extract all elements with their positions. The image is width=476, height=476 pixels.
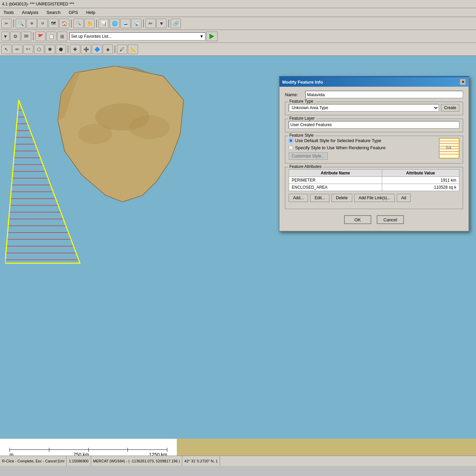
dialog-close-button[interactable]: ✕ (460, 79, 466, 85)
add-extra-button[interactable]: Ad (397, 194, 411, 202)
draw-plus[interactable]: ➕ (81, 45, 91, 54)
tool-link[interactable]: 🔗 (171, 19, 181, 28)
draw-cross[interactable]: ✚ (70, 45, 80, 54)
draw-diamond[interactable]: ⬟ (56, 45, 66, 54)
create-button[interactable]: Create (441, 104, 459, 112)
tool-edit[interactable]: ✏ (146, 19, 156, 28)
draw-polygon[interactable]: ◈ (103, 45, 113, 54)
feature-layer-value: User Created Features (290, 122, 332, 127)
menu-gps[interactable]: GPS (67, 9, 79, 16)
draw-hex[interactable]: ⬡ (34, 45, 44, 54)
add-file-link-button[interactable]: Add File Link(s)... (354, 194, 395, 202)
menu-bar: Tools Analysis Search GPS Help (0, 8, 476, 17)
attr-value-header: Attribute Value (382, 170, 459, 177)
draw-star[interactable]: ✱ (45, 45, 55, 54)
tool-select[interactable]: ✂ (1, 19, 12, 28)
tool-zoom-in[interactable]: 🔍 (16, 19, 26, 28)
run-button[interactable] (206, 32, 218, 41)
draw-pencil-plus[interactable]: ✏+ (23, 45, 33, 54)
tool-home[interactable]: 🏠 (59, 19, 69, 28)
tool-map[interactable]: 🗺 (48, 19, 58, 28)
feature-attributes-legend: Feature Attributes (288, 164, 323, 169)
run-arrow-icon (209, 34, 214, 39)
menu-help[interactable]: Help (85, 9, 97, 16)
customize-btn-row: Customize Style... (289, 152, 436, 160)
dialog-content: Name: Feature Type Unknown Area Type Cre… (279, 87, 469, 231)
tool-settings[interactable]: ⚙ (10, 32, 20, 41)
attr-name-header: Attribute Name (289, 170, 382, 177)
tool-terrain[interactable]: 🗻 (120, 19, 131, 28)
menu-tools[interactable]: Tools (2, 9, 15, 16)
menu-analysis[interactable]: Analysis (20, 9, 39, 16)
tool-globe[interactable]: 🌐 (109, 19, 120, 28)
feature-type-select[interactable]: Unknown Area Type (289, 104, 439, 112)
dialog-titlebar[interactable]: Modify Feature Info ✕ (279, 77, 469, 87)
status-text-scale: 1:15086900 (69, 459, 88, 463)
tool-flag[interactable]: 🚩 (35, 32, 46, 41)
title-bar: 4.1 (b043013)- *** UNREGISTERED *** (0, 0, 476, 8)
style-radio-1[interactable] (289, 138, 293, 143)
feature-type-legend: Feature Type (288, 99, 315, 104)
status-segment-3: MERCAT (WGS84) - ( -1136261.073, 5209817… (91, 456, 183, 466)
status-text-coords: MERCAT (WGS84) - ( -1136261.073, 5209817… (93, 459, 180, 463)
toolbar-favorites: ▼ ⚙ 3D 🚩 📋 ⊞ Set up Favorites List... ▼ (0, 30, 476, 43)
ok-button[interactable]: OK (344, 215, 371, 224)
attr-table-header-row: Attribute Name Attribute Value (289, 170, 459, 177)
separator-5 (168, 19, 169, 28)
tool-dropdown[interactable]: ▼ (156, 19, 167, 28)
separator-4 (143, 19, 144, 28)
attr-buttons-row: Add... Edit... Delete Add File Link(s)..… (289, 194, 459, 202)
tool-antenna[interactable]: 📡 (131, 19, 141, 28)
draw-pen[interactable]: 🖊 (117, 45, 127, 54)
main-area: m 750 km 1250 km Modify Feature Info ✕ N… (0, 56, 476, 466)
style-radio-2-label: Specify Style to Use When Rendering Feat… (295, 145, 386, 150)
tool-3d[interactable]: 3D (21, 32, 31, 41)
delete-button[interactable]: Delete (332, 194, 352, 202)
attr-enclosed-name: ENCLOSED_AREA (289, 184, 382, 191)
modify-feature-dialog: Modify Feature Info ✕ Name: Feature Type… (279, 76, 469, 232)
draw-shape[interactable]: 🔷 (92, 45, 102, 54)
status-segment-1: R-Click - Complete, Esc - Cancel [Uni (0, 456, 67, 466)
edit-button[interactable]: Edit... (310, 194, 329, 202)
cancel-button[interactable]: Cancel (377, 215, 404, 224)
attr-perimeter-value: 1911 km (382, 177, 459, 184)
feature-attributes-group: Feature Attributes Attribute Name Attrib… (285, 167, 463, 209)
status-segment-4: 42° 31' 0.2720" N, 1 (182, 456, 220, 466)
feature-layer-display: User Created Features (289, 121, 459, 129)
separator-6 (33, 32, 34, 40)
menu-search[interactable]: Search (45, 9, 62, 16)
tool-zoom-window[interactable]: 🔍 (73, 19, 84, 28)
tool-grid[interactable]: ⊞ (57, 32, 67, 41)
favorites-dropdown[interactable]: Set up Favorites List... ▼ (69, 32, 205, 40)
feature-layer-group: Feature Layer User Created Features (285, 119, 463, 132)
status-text-latlon: 42° 31' 0.2720" N, 1 (184, 459, 218, 463)
separator-7 (68, 45, 68, 53)
style-preview: Sa (439, 138, 459, 158)
tool-zoom-out[interactable]: ⊖ (37, 19, 48, 28)
favorites-label: Set up Favorites List... (71, 34, 112, 39)
style-radio-row-2: Specify Style to Use When Rendering Feat… (289, 145, 436, 150)
separator-8 (115, 45, 115, 53)
title-text: 4.1 (b043013)- *** UNREGISTERED *** (2, 2, 74, 6)
tool-chart[interactable]: 📊 (99, 19, 109, 28)
draw-pencil[interactable]: ✏ (12, 45, 22, 54)
status-segment-2: 1:15086900 (67, 456, 91, 466)
tool-layer[interactable]: 📋 (46, 32, 56, 41)
svg-text:Sa: Sa (446, 145, 452, 150)
tool-zoom-in2[interactable]: ⊕ (27, 19, 37, 28)
customize-style-button: Customize Style... (289, 152, 328, 160)
tool-pan[interactable]: ✋ (84, 19, 95, 28)
modal-overlay: Modify Feature Info ✕ Name: Feature Type… (0, 56, 476, 466)
attr-row-perimeter: PERIMETER 1911 km (289, 177, 459, 184)
style-radio-2[interactable] (289, 146, 293, 150)
feature-style-legend: Feature Style (288, 133, 315, 138)
name-input[interactable] (305, 91, 463, 98)
draw-toolbar: ↖ ✏ ✏+ ⬡ ✱ ⬟ ✚ ➕ 🔷 ◈ 🖊 📐 (0, 43, 476, 56)
tool-dropdown2[interactable]: ▼ (1, 32, 10, 41)
draw-measure[interactable]: 📐 (128, 45, 138, 54)
separator-2 (71, 19, 72, 28)
attr-enclosed-value: 110528 sq k (382, 184, 459, 191)
draw-select[interactable]: ↖ (1, 45, 12, 54)
add-button[interactable]: Add... (289, 194, 308, 202)
feature-style-radios: Use Default Style for Selected Feature T… (289, 138, 436, 160)
